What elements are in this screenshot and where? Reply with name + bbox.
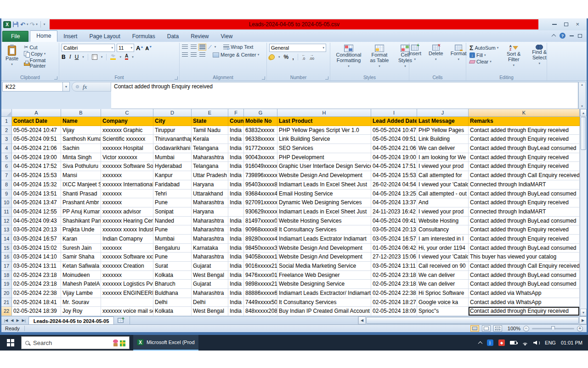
cell-K22[interactable]: Contact added through Enquiry received bbox=[469, 307, 580, 316]
scroll-up-icon[interactable]: ▲ bbox=[580, 109, 587, 116]
zoom-slider[interactable] bbox=[532, 328, 574, 329]
cell-A10[interactable]: 04-05-2024 13:47 bbox=[12, 198, 61, 207]
cell-J12[interactable]: Website Hosting bbox=[417, 217, 469, 226]
formula-input[interactable]: Contact added through Enquiry received bbox=[111, 82, 578, 109]
cell-F14[interactable]: India bbox=[228, 235, 244, 244]
cell-F19[interactable]: India bbox=[228, 280, 244, 289]
wifi-icon[interactable] bbox=[522, 340, 528, 345]
normal-view-button[interactable] bbox=[470, 325, 479, 332]
cell-E17[interactable]: Gujarat bbox=[192, 262, 228, 271]
cell-J13[interactable]: Consultancy bbox=[417, 225, 469, 235]
cell-I15[interactable]: 01-05-2024 06:42 bbox=[371, 244, 417, 253]
cell-F12[interactable]: India bbox=[228, 217, 244, 226]
cell-A1[interactable]: Contact Date bbox=[12, 117, 61, 126]
column-header-B[interactable]: B bbox=[61, 109, 101, 116]
cell-K5[interactable]: Contact added through Enquiry received bbox=[469, 153, 580, 162]
formula-bar-expand[interactable]: ▲▼ bbox=[578, 82, 586, 109]
row-header-4[interactable]: 4 bbox=[1, 144, 12, 153]
cell-B19[interactable]: Mahesh PatelA bbox=[61, 280, 101, 289]
cell-A15[interactable]: 03-05-2024 15:02 bbox=[12, 244, 61, 253]
cell-A5[interactable]: 04-05-2024 19:00 bbox=[12, 153, 61, 162]
cell-J7[interactable]: Call attempted for bbox=[417, 171, 469, 180]
row-header-6[interactable]: 6 bbox=[1, 162, 12, 171]
cell-E16[interactable]: Maharashtra bbox=[192, 253, 228, 262]
align-right-icon[interactable] bbox=[199, 52, 205, 58]
cell-K1[interactable]: Remarks bbox=[469, 117, 580, 126]
cell-J16[interactable]: I viewed your 'Catalog' bbox=[417, 253, 469, 262]
window-minimize-icon[interactable] bbox=[570, 35, 574, 36]
cell-K4[interactable]: Contact added through BuyLead consumed bbox=[469, 144, 580, 153]
cell-E12[interactable]: Maharashtra bbox=[192, 217, 228, 226]
cell-F21[interactable]: India bbox=[228, 298, 244, 307]
cell-E9[interactable]: Uttarakhand bbox=[192, 190, 228, 199]
cell-G4[interactable]: 91772xxxxx bbox=[244, 144, 277, 153]
minimize-ribbon-icon[interactable] bbox=[552, 34, 556, 39]
cell-J18[interactable]: We can deliver bbox=[417, 271, 469, 280]
cell-E5[interactable]: Maharashtra bbox=[192, 153, 228, 162]
row-header-15[interactable]: 15 bbox=[1, 244, 12, 253]
cell-H18[interactable]: Freelance Web Designer bbox=[277, 271, 371, 280]
cell-K20[interactable]: Contact added via WhatsApp bbox=[469, 289, 580, 298]
cell-C4[interactable]: xxxxxxx Hospital bbox=[101, 144, 153, 153]
cell-G8[interactable]: 95403xxxxx8 bbox=[244, 180, 277, 190]
cell-J19[interactable]: We can deliver bbox=[417, 280, 469, 289]
row-header-11[interactable]: 11 bbox=[1, 207, 12, 217]
cell-C22[interactable]: xxxxxxx voice mail service bbox=[101, 307, 153, 316]
cell-C6[interactable]: xxxxxxx Software Solutions bbox=[101, 162, 153, 171]
undo-dropdown-icon[interactable]: ▾ bbox=[27, 23, 28, 26]
cell-J14[interactable]: I am interested in l bbox=[417, 235, 469, 244]
cell-D4[interactable]: Godavarikhani bbox=[153, 144, 192, 153]
cell-B7[interactable]: Mansi bbox=[61, 171, 101, 180]
cell-K8[interactable]: Connected through IndiaMART bbox=[469, 180, 580, 190]
cell-A14[interactable]: 03-05-2024 16:57 bbox=[12, 235, 61, 244]
select-all-corner[interactable] bbox=[1, 109, 12, 116]
clear-button[interactable]: Clear▾ bbox=[469, 58, 499, 65]
cell-I3[interactable]: 05-05-2024 09:51 bbox=[371, 135, 417, 144]
cell-F10[interactable]: India bbox=[228, 198, 244, 207]
format-painter-button[interactable]: Format Painter bbox=[23, 57, 57, 69]
tab-insert[interactable]: Insert bbox=[57, 31, 83, 42]
row-header-19[interactable]: 19 bbox=[1, 280, 12, 289]
cell-J22[interactable]: Sprioc"s bbox=[417, 307, 469, 316]
name-box-dropdown-icon[interactable]: ▼ bbox=[63, 82, 70, 92]
cell-H2[interactable]: PHP Yellow Pages Script Ver 1.0 bbox=[277, 126, 371, 135]
cell-B22[interactable]: Joy Roy bbox=[61, 307, 101, 316]
row-header-2[interactable]: 2 bbox=[1, 126, 12, 135]
row-header-1[interactable]: 1 bbox=[1, 117, 12, 126]
qat-customize-icon[interactable]: ▾ bbox=[44, 23, 45, 26]
fill-button[interactable]: ↓Fill▾ bbox=[469, 52, 499, 58]
cell-D19[interactable]: Bharuch bbox=[153, 280, 192, 289]
cell-K12[interactable]: Contact added through BuyLead consumed bbox=[469, 217, 580, 226]
cell-G15[interactable]: 98450xxxxx3 bbox=[244, 244, 277, 253]
cell-I11[interactable]: 24-11-2023 16:42 bbox=[371, 207, 417, 217]
cell-H4[interactable]: SEO Services bbox=[277, 144, 371, 153]
cell-B8[interactable]: IXCC Manjeet S bbox=[61, 180, 101, 190]
cell-C13[interactable]: xxxxxxx xxxxx Industries bbox=[101, 225, 153, 235]
cell-G19[interactable]: 9898xxxxx21 bbox=[244, 280, 277, 289]
cell-E13[interactable]: Maharashtra bbox=[192, 225, 228, 235]
zoom-out-button[interactable]: − bbox=[523, 326, 529, 332]
cell-C15[interactable]: xxxxxxx bbox=[101, 244, 153, 253]
cell-B16[interactable]: Samir Shaha bbox=[61, 253, 101, 262]
cell-I16[interactable]: 27-12-2023 15:06 bbox=[371, 253, 417, 262]
language-indicator[interactable]: ENG bbox=[545, 340, 556, 345]
cell-I1[interactable]: Lead Added Date bbox=[371, 117, 417, 126]
cell-J1[interactable]: Last Message bbox=[417, 117, 469, 126]
scroll-left-icon[interactable]: ◀ bbox=[358, 316, 366, 324]
delete-cells-button[interactable]: Delete▾ bbox=[427, 44, 445, 63]
cell-G9[interactable]: 93684xxxxx4 bbox=[244, 190, 277, 199]
cell-A20[interactable]: 02-05-2024 22:38 bbox=[12, 289, 61, 298]
column-header-J[interactable]: J bbox=[417, 109, 469, 116]
cell-E14[interactable]: Maharashtra bbox=[192, 235, 228, 244]
save-icon[interactable] bbox=[12, 21, 19, 28]
column-header-A[interactable]: A bbox=[12, 109, 61, 116]
cell-A3[interactable]: 05-05-2024 09:51 bbox=[12, 135, 61, 144]
paste-button[interactable]: Paste▾ bbox=[4, 44, 20, 69]
cell-D7[interactable]: Kanpur bbox=[153, 171, 192, 180]
column-header-D[interactable]: D bbox=[153, 109, 192, 116]
cell-D20[interactable]: Buldhana bbox=[153, 289, 192, 298]
cell-E11[interactable]: Haryana bbox=[192, 207, 228, 217]
excel-app-icon[interactable]: X bbox=[3, 21, 11, 28]
row-header-3[interactable]: 3 bbox=[1, 135, 12, 144]
cell-B18[interactable]: Moinudeen bbox=[61, 271, 101, 280]
